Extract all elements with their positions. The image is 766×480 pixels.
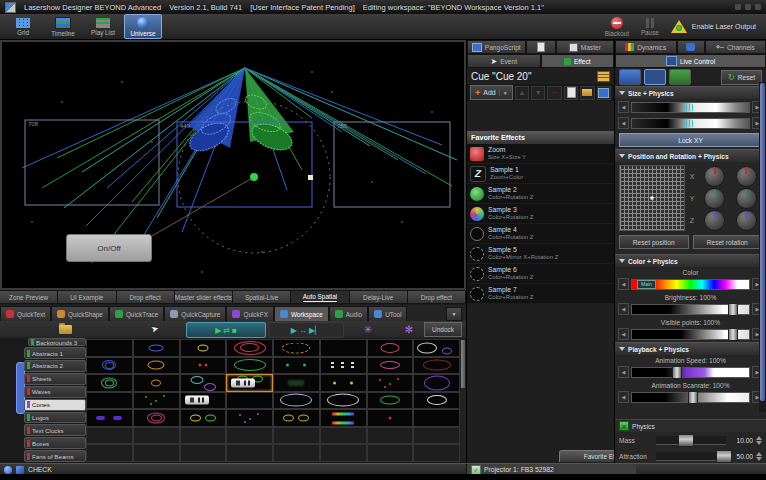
skip-icon[interactable]: ▶▏: [309, 326, 321, 335]
sidebar-item-abstracts-1[interactable]: Abstracts 1: [24, 347, 86, 359]
brightness-slider[interactable]: ◀ ▶: [615, 301, 766, 317]
tab-effect[interactable]: Effect: [541, 54, 615, 68]
grid-button[interactable]: Grid: [4, 14, 42, 39]
tab-event[interactable]: ➤ Event: [467, 54, 541, 68]
frame-cell[interactable]: [180, 357, 227, 375]
play2-icon[interactable]: ▶: [291, 326, 297, 335]
frame-cell[interactable]: [133, 444, 180, 462]
frame-cell[interactable]: [320, 392, 367, 410]
quick-tab-quicktrace[interactable]: QuickTrace: [109, 306, 164, 321]
fx-spider-button[interactable]: ✻: [392, 322, 426, 336]
frame-cell[interactable]: [133, 427, 180, 445]
frame-cell[interactable]: [367, 339, 414, 357]
frame-cell[interactable]: [320, 444, 367, 462]
rotation-z2-knob[interactable]: [736, 210, 757, 231]
sidebar-item-waves[interactable]: Waves: [24, 386, 86, 398]
grid-mode-button[interactable]: [644, 69, 666, 85]
favorite-effect-sample-2[interactable]: Sample 2Color+Rotation Z: [467, 184, 614, 204]
tab-notes[interactable]: [526, 40, 556, 54]
play-icon[interactable]: ▶: [215, 326, 221, 335]
frame-cell[interactable]: [413, 427, 460, 445]
frame-cell[interactable]: [86, 374, 133, 392]
rotation-x-knob[interactable]: [704, 166, 725, 187]
animation-scanrate-slider[interactable]: ◀ ▶: [615, 389, 766, 405]
sidebar-item-cones[interactable]: Cones: [24, 399, 86, 411]
frame-cell[interactable]: [226, 374, 273, 392]
frame-cell[interactable]: [273, 444, 320, 462]
undock-button[interactable]: Undock: [424, 322, 462, 337]
rotation-x2-knob[interactable]: [736, 166, 757, 187]
frame-cell[interactable]: [86, 357, 133, 375]
sidebar-item-logos[interactable]: Logos: [24, 412, 86, 424]
physics-checkbox[interactable]: ✕: [619, 421, 629, 431]
favorite-effect-sample-1[interactable]: Sample 1Zoom+Color: [467, 164, 614, 184]
mass-slider-handle[interactable]: [678, 434, 694, 447]
frame-cell[interactable]: [367, 374, 414, 392]
sidebar-item-abstracts-2[interactable]: Abstracts 2: [24, 360, 86, 372]
favorite-effect-zoom[interactable]: ZoomSize X+Size Y: [467, 144, 614, 164]
reset-button[interactable]: ↻ Reset: [721, 70, 762, 85]
favorite-effect-sample-5[interactable]: Sample 5Color+Mirror X+Rotation Z: [467, 244, 614, 264]
open-effect-button[interactable]: [580, 86, 594, 100]
frame-cell[interactable]: [180, 409, 227, 427]
add-effect-button[interactable]: + Add ▼: [470, 85, 513, 100]
swap-icon[interactable]: ↔: [299, 326, 307, 335]
restore-mode-button[interactable]: [669, 69, 691, 85]
quick-tab-audio[interactable]: Audio: [329, 306, 368, 321]
sidebar-item-fans-of-beams[interactable]: Fans of Beams: [24, 450, 86, 462]
visible-points-slider[interactable]: ◀ ▶: [615, 326, 766, 342]
frame-cell[interactable]: [133, 339, 180, 357]
frame-cell[interactable]: [226, 357, 273, 375]
minimize-button[interactable]: [735, 4, 741, 10]
sidebar-item-sheets[interactable]: Sheets: [24, 373, 86, 385]
slider-left-arrow[interactable]: ◀: [618, 328, 629, 340]
tab-pangoscript[interactable]: PangoScript: [467, 40, 526, 54]
quick-tabs-overflow-button[interactable]: ▼: [446, 307, 462, 321]
frame-cell[interactable]: [367, 427, 414, 445]
frame-cell[interactable]: [273, 392, 320, 410]
playback-section-header[interactable]: Playback + Physics: [615, 342, 766, 355]
blackout-button[interactable]: Blackout: [605, 17, 629, 37]
frame-cell[interactable]: [226, 392, 273, 410]
frame-cell[interactable]: [226, 339, 273, 357]
frame-cell[interactable]: [273, 339, 320, 357]
frame-cell[interactable]: [226, 427, 273, 445]
rotation-y2-knob[interactable]: [736, 188, 757, 209]
quick-tab-quickshape[interactable]: QuickShape: [51, 306, 109, 321]
frame-cell[interactable]: [180, 427, 227, 445]
cue-list-icon[interactable]: [597, 71, 610, 82]
window-controls[interactable]: [735, 4, 761, 10]
tab-dynamics[interactable]: Dynamics: [615, 40, 677, 54]
favorite-effect-sample-3[interactable]: Sample 3Color+Rotation Z: [467, 204, 614, 224]
universe-button[interactable]: Universe: [124, 14, 162, 39]
enable-laser-button[interactable]: Enable Laser Output: [671, 20, 756, 33]
reset-position-button[interactable]: Reset position: [619, 235, 689, 249]
frame-cell[interactable]: [273, 374, 320, 392]
panel-scrollbar[interactable]: [759, 82, 766, 412]
frame-cell[interactable]: [367, 392, 414, 410]
pause-overlay-button[interactable]: [185, 396, 209, 405]
slider-left-arrow[interactable]: ◀: [618, 278, 629, 290]
physics-header[interactable]: ✕ Physics: [615, 419, 766, 432]
frame-cell[interactable]: [273, 409, 320, 427]
animation-speed-slider[interactable]: ◀ ▶: [615, 364, 766, 380]
quick-tab-quicktext[interactable]: QuickText: [0, 306, 51, 321]
lock-xy-button[interactable]: Lock XY: [619, 133, 762, 147]
frame-cell[interactable]: [367, 444, 414, 462]
playlist-button[interactable]: Play List: [84, 14, 122, 39]
slider-left-arrow[interactable]: ◀: [618, 303, 629, 315]
frame-cell[interactable]: [133, 374, 180, 392]
color-section-header[interactable]: Color + Physics: [615, 254, 766, 267]
frame-cell[interactable]: [413, 409, 460, 427]
attraction-slider-row[interactable]: Attraction50.00: [615, 448, 766, 464]
favorite-effect-sample-6[interactable]: Sample 6Color+Rotation Z: [467, 264, 614, 284]
attraction-spinner[interactable]: [756, 452, 762, 461]
frame-cell[interactable]: [86, 409, 133, 427]
frame-cell[interactable]: [133, 392, 180, 410]
frame-cell[interactable]: [226, 409, 273, 427]
frame-cell[interactable]: [367, 357, 414, 375]
tab-hand[interactable]: [677, 40, 705, 54]
hand-mode-button[interactable]: [619, 69, 641, 85]
frame-cell[interactable]: [86, 339, 133, 357]
frame-cell[interactable]: [413, 357, 460, 375]
